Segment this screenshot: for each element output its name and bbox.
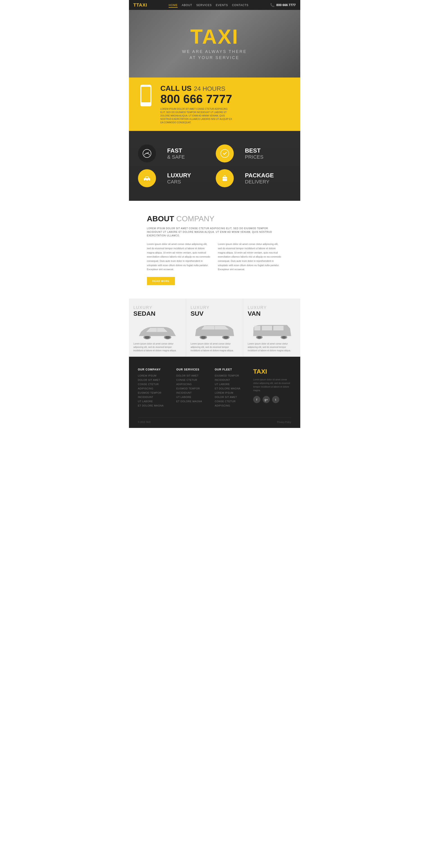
footer-company-link-2[interactable]: DOLOR SIT AMET [138, 378, 170, 381]
footer-logo-t: T [253, 368, 256, 375]
nav-phone-number: 800 666 7777 [276, 3, 296, 7]
logo-t: T [133, 2, 136, 7]
footer-fleet-link-4[interactable]: ET DOLORE MAGNA [215, 387, 246, 390]
nav-contacts[interactable]: CONTACTS [232, 4, 248, 7]
call-hours: 24 HOURS [194, 85, 225, 92]
phone-svg [138, 84, 154, 107]
navigation: TTAXI HOME ABOUT SERVICES EVENTS CONTACT… [129, 0, 300, 10]
footer-company-title: OUR COMPANY [138, 368, 170, 371]
feature-label-package: PACKAGE DELIVERY [245, 172, 291, 185]
svg-point-6 [147, 153, 147, 154]
feature-icon-luxury [138, 169, 156, 187]
footer-logo: TAXI [253, 368, 291, 375]
footer-fleet-col: OUR FLEET EIUSMOD TEMPOR INCIDIDUNT UT L… [215, 368, 246, 408]
about-lead: LOREM IPSUM DOLOR SIT AMET CONSE CTETUR … [147, 227, 282, 238]
svg-rect-8 [144, 178, 150, 181]
social-google[interactable]: g+ [263, 396, 270, 403]
car-suv-desc: Lorem ipsum dolor sit amet conse ctetur … [190, 342, 239, 352]
read-more-button[interactable]: READ MORE [147, 277, 175, 285]
call-banner: CALL US 24 HOURS 800 666 7777 LOREM IPSU… [129, 78, 300, 131]
footer-services-link-5[interactable]: INCIDIDUNT [176, 392, 208, 394]
phone-icon: 📞 [270, 3, 275, 7]
about-col-2: Lorem ipsum dolor sit amet conse ctetur … [218, 242, 282, 272]
footer-fleet-link-3[interactable]: UT LABORE [215, 383, 246, 385]
feature-label-luxury: LUXURY CARS [167, 172, 213, 185]
hero-section: TAXI WE ARE ALWAYS THERE AT YOUR SERVICE [129, 10, 300, 78]
car-sedan-desc: Lorem ipsum dolor sit amet conse ctetur … [133, 342, 181, 352]
footer-services-link-4[interactable]: EUSMOD TEMPOR [176, 387, 208, 390]
svg-point-10 [148, 180, 149, 181]
svg-point-2 [145, 103, 147, 105]
car-van-visual [248, 317, 296, 340]
svg-point-9 [145, 180, 146, 181]
footer-fleet-link-6[interactable]: DOLOR SIT AMET [215, 396, 246, 398]
svg-point-20 [201, 336, 206, 339]
svg-point-27 [282, 336, 286, 339]
footer-services-col: OUR SERVICES DOLOR SIT AMET CONSE CTETUR… [176, 368, 208, 408]
hero-subtitle: WE ARE ALWAYS THERE AT YOUR SERVICE [182, 49, 247, 61]
social-facebook[interactable]: f [253, 396, 261, 403]
footer-company-link-6[interactable]: INCIDIDUNT [138, 396, 170, 398]
svg-rect-1 [141, 87, 150, 102]
footer-services-link-7[interactable]: ET DOLORE MAGNA [176, 400, 208, 403]
about-section: ABOUT COMPANY LOREM IPSUM DOLOR SIT AMET… [129, 201, 300, 299]
svg-point-25 [257, 336, 262, 339]
call-us-label: CALL US [160, 84, 192, 93]
call-phone-number: 800 666 7777 [160, 93, 291, 105]
feature-label-fast: FAST & SAFE [167, 147, 213, 160]
hero-content: TAXI WE ARE ALWAYS THERE AT YOUR SERVICE [182, 27, 247, 61]
footer-copyright: © 2015 TAXI [138, 421, 151, 424]
nav-phone: 📞 800 666 7777 [270, 3, 296, 7]
footer-company-link-7[interactable]: UT LABORE [138, 400, 170, 403]
nav-events[interactable]: EVENTS [216, 4, 228, 7]
car-suv-visual [190, 317, 239, 340]
car-van-label: LUXURY VAN [248, 305, 296, 317]
car-suv-label: LUXURY SUV [190, 305, 239, 317]
features-section: FAST & SAFE BEST PRICES LUXURY CARS PACK… [129, 131, 300, 201]
feature-icon-best [216, 145, 234, 162]
call-content: CALL US 24 HOURS 800 666 7777 LOREM IPSU… [160, 84, 291, 124]
social-twitter[interactable]: t [272, 396, 279, 403]
footer-services-link-3[interactable]: ADIPISCING [176, 383, 208, 385]
footer-company-link-5[interactable]: EUSMOD TEMPOR [138, 392, 170, 394]
cars-section: LUXURY SEDAN Lorem ipsum dolor sit amet … [129, 299, 300, 357]
footer-fleet-title: OUR FLEET [215, 368, 246, 371]
car-sedan-visual [133, 317, 181, 340]
footer-services-title: OUR SERVICES [176, 368, 208, 371]
about-title: ABOUT COMPANY [147, 214, 282, 223]
footer-company-link-8[interactable]: ET DOLORE MAGNA [138, 404, 170, 407]
svg-rect-28 [254, 326, 261, 330]
nav-links: HOME ABOUT SERVICES EVENTS CONTACTS [168, 3, 248, 7]
feature-icon-package [216, 169, 234, 187]
footer-fleet-link-1[interactable]: EIUSMOD TEMPOR [215, 374, 246, 377]
footer-company-link-3[interactable]: CONSE CTETUR [138, 383, 170, 385]
nav-services[interactable]: SERVICES [196, 4, 212, 7]
footer-company-col: OUR COMPANY LOREM IPSUM DOLOR SIT AMET C… [138, 368, 170, 408]
footer-services-link-6[interactable]: UT LABORE [176, 396, 208, 398]
car-sedan-label: LUXURY SEDAN [133, 305, 181, 317]
footer: OUR COMPANY LOREM IPSUM DOLOR SIT AMET C… [129, 357, 300, 428]
about-columns: Lorem ipsum dolor sit amet conse ctetur … [147, 242, 282, 272]
footer-company-link-1[interactable]: LOREM IPSUM [138, 374, 170, 377]
svg-rect-29 [262, 326, 272, 330]
phone-graphic [138, 84, 154, 108]
footer-fleet-link-8[interactable]: ADIPISCING [215, 404, 246, 407]
footer-fleet-link-7[interactable]: CONSE CTETUR [215, 400, 246, 403]
svg-rect-11 [146, 177, 148, 178]
footer-privacy-link[interactable]: Privacy Policy [277, 421, 291, 424]
car-van: LUXURY VAN Lorem ipsum dolor sit amet co… [243, 299, 300, 357]
car-suv: LUXURY SUV Lorem ipsum dolor sit amet co… [186, 299, 243, 357]
footer-fleet-link-5[interactable]: LOREM IPSUM [215, 392, 246, 394]
nav-about[interactable]: ABOUT [182, 4, 192, 7]
svg-point-17 [165, 336, 170, 339]
social-icons: f g+ t [253, 396, 291, 403]
footer-fleet-link-2[interactable]: INCIDIDUNT [215, 378, 246, 381]
svg-rect-3 [144, 86, 148, 86]
feature-label-best: BEST PRICES [245, 147, 291, 160]
nav-home[interactable]: HOME [168, 4, 178, 8]
footer-services-link-1[interactable]: DOLOR SIT AMET [176, 374, 208, 377]
nav-logo: TTAXI [133, 2, 147, 8]
call-top: CALL US 24 HOURS [160, 84, 291, 93]
footer-services-link-2[interactable]: CONSE CTETUR [176, 378, 208, 381]
footer-company-link-4[interactable]: ADIPISCING [138, 387, 170, 390]
